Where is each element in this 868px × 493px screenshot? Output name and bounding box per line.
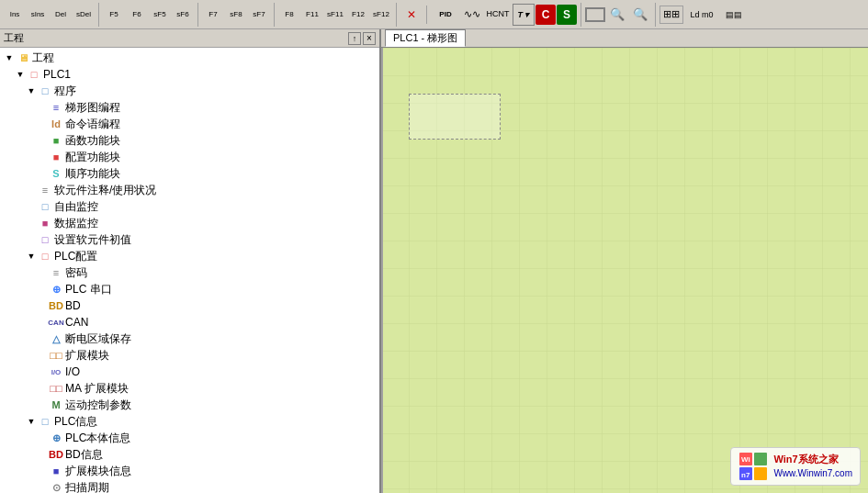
tree-toggle-seq-block[interactable] — [37, 168, 48, 179]
tree-item-save-area[interactable]: △断电区域保存 — [0, 331, 379, 347]
sf11-button[interactable]: sF11 — [324, 4, 346, 26]
tree-toggle-ma-ext[interactable] — [37, 383, 48, 394]
tree-toggle-plc-port[interactable] — [37, 284, 48, 295]
tree-item-seq-block[interactable]: S顺序功能块 — [0, 165, 379, 182]
del-button[interactable]: Del — [50, 4, 72, 26]
tree-toggle-cmd[interactable] — [37, 118, 48, 129]
tree-item-can[interactable]: CANCAN — [0, 314, 379, 331]
tree-item-cmd[interactable]: Id命令语编程 — [0, 116, 379, 132]
tree-item-set-init[interactable]: □设置软元件初值 — [0, 231, 379, 248]
tree-toggle-plc-config[interactable]: ▼ — [26, 251, 37, 262]
f8b-button[interactable]: F8 — [278, 4, 300, 26]
tree-toggle-motion-ctrl[interactable] — [37, 399, 48, 410]
zoom-in-button[interactable]: 🔍 — [606, 4, 628, 26]
sins-button[interactable]: sIns — [27, 4, 49, 26]
svg-rect-1 — [754, 453, 767, 465]
f11-button[interactable]: F11 — [301, 4, 323, 26]
tree-toggle-program[interactable]: ▼ — [26, 85, 37, 96]
tree-item-bd-info[interactable]: BDBD信息 — [0, 446, 379, 463]
tree-item-ext-module[interactable]: □□扩展模块 — [0, 347, 379, 364]
tree-item-func-block[interactable]: ■函数功能块 — [0, 132, 379, 149]
t-button[interactable]: T ▾ — [513, 4, 535, 26]
tree-toggle-plc-info[interactable]: ▼ — [26, 416, 37, 427]
grid-button[interactable]: ⊞⊞ — [659, 6, 683, 24]
hcnt-button[interactable]: HCNT — [484, 4, 512, 26]
sdel-button[interactable]: sDel — [73, 4, 95, 26]
tree-item-plc-config[interactable]: ▼□PLC配置 — [0, 248, 379, 264]
tree-item-password[interactable]: ≡密码 — [0, 264, 379, 281]
tree-item-program[interactable]: ▼□程序 — [0, 83, 379, 99]
f5-button[interactable]: F5 — [103, 4, 125, 26]
panel-pin-button[interactable]: ↑ — [348, 32, 361, 45]
tree-toggle-proj-root[interactable]: ▼ — [4, 52, 15, 63]
f12-button[interactable]: F12 — [347, 4, 369, 26]
tree-label-sw-note: 软元件注释/使用状况 — [54, 183, 156, 198]
tree-item-io[interactable]: I/OI/O — [0, 364, 379, 380]
tree-toggle-plc1[interactable]: ▼ — [15, 69, 26, 80]
pid-button[interactable]: PID — [431, 4, 460, 26]
tree-toggle-data-monitor[interactable] — [26, 218, 37, 229]
tree-item-plc-port[interactable]: ⊕PLC 串口 — [0, 281, 379, 297]
tree-label-data-monitor: 数据监控 — [54, 216, 98, 231]
sf7-button[interactable]: sF7 — [248, 4, 270, 26]
f7-button[interactable]: F7 — [202, 4, 224, 26]
tree-item-bd[interactable]: BDBD — [0, 297, 379, 314]
tree-toggle-save-area[interactable] — [37, 333, 48, 344]
tree-item-motion-ctrl[interactable]: M运动控制参数 — [0, 397, 379, 413]
tree-label-bd: BD — [65, 299, 81, 312]
tree-toggle-scan[interactable] — [37, 482, 48, 493]
tree-item-free-monitor[interactable]: □自由监控 — [0, 198, 379, 215]
ins-button[interactable]: Ins — [4, 4, 26, 26]
tree-label-config-block: 配置功能块 — [65, 150, 120, 165]
tree-item-ma-ext[interactable]: □□MA 扩展模块 — [0, 380, 379, 397]
tree-toggle-plc-body-info[interactable] — [37, 432, 48, 443]
tree-label-motion-ctrl: 运动控制参数 — [65, 398, 131, 413]
tree-item-data-monitor[interactable]: ■数据监控 — [0, 215, 379, 231]
wave-button[interactable]: ∿∿ — [461, 4, 483, 26]
tree-item-plc1[interactable]: ▼□PLC1 — [0, 66, 379, 83]
panel-close-button[interactable]: × — [363, 32, 376, 45]
tree-icon-plc-body-info: ⊕ — [49, 431, 63, 444]
rect-button[interactable] — [585, 7, 605, 22]
tree-item-plc-info[interactable]: ▼□PLC信息 — [0, 413, 379, 430]
tree-toggle-bd[interactable] — [37, 300, 48, 311]
tree-toggle-free-monitor[interactable] — [26, 201, 37, 212]
tree-item-proj-root[interactable]: ▼🖥工程 — [0, 50, 379, 66]
s-button[interactable]: S — [557, 5, 577, 25]
tree-toggle-sw-note[interactable] — [26, 185, 37, 196]
tree-toggle-ladder[interactable] — [37, 102, 48, 113]
separator-x-button[interactable]: ✕ — [400, 4, 423, 26]
sf8-button[interactable]: sF8 — [225, 4, 247, 26]
tree-item-scan[interactable]: ⊙扫描周期 — [0, 479, 379, 493]
tree-toggle-set-init[interactable] — [26, 234, 37, 245]
f6-button[interactable]: F6 — [126, 4, 148, 26]
tree-toggle-bd-info[interactable] — [37, 449, 48, 460]
tree-label-plc-info: PLC信息 — [54, 414, 97, 430]
tree-toggle-password[interactable] — [37, 267, 48, 278]
tree-toggle-ext-info[interactable] — [37, 465, 48, 476]
zoom-out-button[interactable]: 🔍 — [629, 4, 651, 26]
tree-toggle-ext-module[interactable] — [37, 350, 48, 361]
tree-item-plc-body-info[interactable]: ⊕PLC本体信息 — [0, 430, 379, 446]
ldm0-button[interactable]: Ld m0 — [685, 4, 718, 26]
tree-icon-password: ≡ — [49, 266, 63, 279]
toolbar-group-view: 🔍 🔍 — [585, 3, 656, 27]
tree-icon-proj-root: 🖥 — [16, 51, 30, 64]
tree-item-ladder[interactable]: ≡梯形图编程 — [0, 99, 379, 116]
tree-toggle-config-block[interactable] — [37, 151, 48, 162]
sf6-button[interactable]: sF6 — [172, 4, 194, 26]
sf5-button[interactable]: sF5 — [149, 4, 171, 26]
tree-item-config-block[interactable]: ■配置功能块 — [0, 149, 379, 165]
tree-icon-bd: BD — [49, 299, 63, 312]
tree-toggle-func-block[interactable] — [37, 135, 48, 146]
tree-item-ext-info[interactable]: ■扩展模块信息 — [0, 463, 379, 479]
tree-toggle-io[interactable] — [37, 366, 48, 377]
tree-item-sw-note[interactable]: ≡软元件注释/使用状况 — [0, 182, 379, 198]
project-tree[interactable]: ▼🖥工程▼□PLC1▼□程序≡梯形图编程Id命令语编程■函数功能块■配置功能块S… — [0, 48, 379, 493]
c-button[interactable]: C — [535, 5, 556, 25]
ladder-rung — [409, 94, 501, 140]
export-button[interactable]: ▤▤ — [720, 4, 748, 26]
sf12-button[interactable]: sF12 — [370, 4, 392, 26]
tab-ladder[interactable]: PLC1 - 梯形图 — [385, 29, 466, 47]
tree-toggle-can[interactable] — [37, 317, 48, 328]
